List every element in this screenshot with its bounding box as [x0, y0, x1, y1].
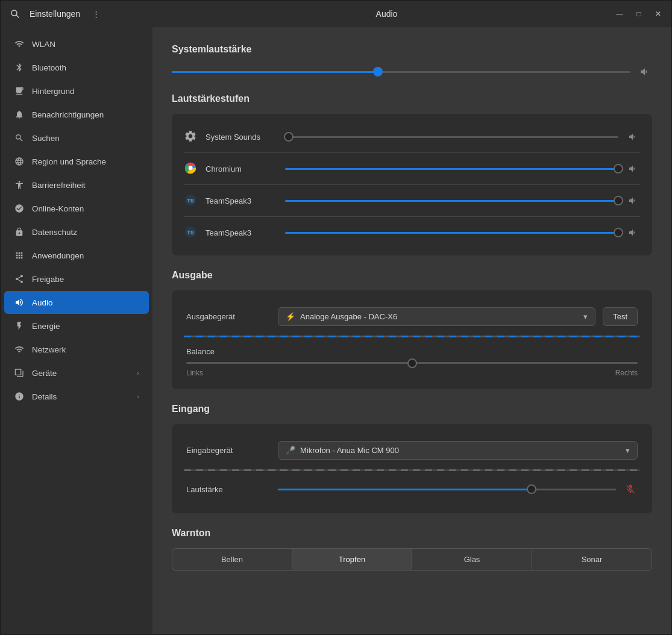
- input-volume-slider[interactable]: [278, 483, 616, 495]
- sidebar-arrow-details: ›: [137, 393, 139, 400]
- alert-sonar-button[interactable]: Sonar: [532, 548, 652, 571]
- minimize-button[interactable]: —: [611, 5, 628, 22]
- app-row-chromium: Chromium: [184, 155, 640, 182]
- eingabegeraet-row: Eingabegerät 🎤 Mikrofon - Anua Mic CM 90…: [184, 434, 640, 467]
- maximize-button[interactable]: □: [630, 5, 647, 22]
- close-button[interactable]: ✕: [650, 5, 667, 22]
- alert-bellen-button[interactable]: Bellen: [172, 548, 292, 571]
- sidebar-item-details[interactable]: Details›: [4, 385, 149, 408]
- sidebar-label-geraete: Geräte: [32, 369, 57, 378]
- chromium-track: [285, 168, 618, 170]
- sidebar-icon-region: [14, 156, 25, 167]
- alert-sound-buttons: Bellen Tropfen Glas Sonar: [172, 548, 652, 571]
- teamspeak-2-thumb[interactable]: [614, 228, 623, 237]
- sidebar-item-region[interactable]: Region und Sprache: [4, 150, 149, 173]
- teamspeak-2-name: TeamSpeak3: [206, 228, 278, 237]
- ausgabe-progress-row: [184, 333, 640, 342]
- eingang-device-select[interactable]: 🎤 Mikrofon - Anua Mic CM 900 ▾: [278, 441, 638, 460]
- sidebar-label-netzwerk: Netzwerk: [32, 345, 66, 354]
- warnton-title: Warnton: [172, 528, 652, 539]
- window-controls: — □ ✕: [611, 5, 667, 22]
- sidebar-icon-online-konten: [14, 203, 25, 214]
- divider-3: [184, 216, 640, 217]
- sidebar-icon-barrierefreiheit: [14, 180, 25, 190]
- teamspeak-1-vol-icon: [626, 193, 640, 208]
- chromium-thumb[interactable]: [614, 164, 623, 174]
- sidebar-icon-datenschutz: [14, 227, 25, 237]
- system-volume-fill: [172, 71, 378, 73]
- sidebar-item-netzwerk[interactable]: Netzwerk: [4, 338, 149, 361]
- ausgabegeraet-label: Ausgabegerät: [186, 312, 271, 321]
- sidebar-icon-bluetooth: [14, 62, 25, 73]
- teamspeak-2-vol-icon: [626, 225, 640, 240]
- ausgabe-chevron-icon: ▾: [583, 312, 588, 321]
- balance-thumb[interactable]: [407, 358, 417, 368]
- input-volume-thumb[interactable]: [527, 484, 536, 494]
- balance-right-label: Rechts: [615, 369, 638, 377]
- sidebar-item-barrierefreiheit[interactable]: Barrierefreiheit: [4, 174, 149, 196]
- app-row-teamspeak-2: TS TeamSpeak3: [184, 219, 640, 246]
- system-sounds-name: System Sounds: [206, 133, 278, 142]
- mute-mic-button[interactable]: [623, 482, 638, 496]
- chromium-slider[interactable]: [285, 163, 618, 175]
- system-volume-slider[interactable]: [172, 66, 630, 78]
- lautstaerke-title: Lautstärkestufen: [172, 93, 652, 104]
- menu-button[interactable]: ⋮: [87, 5, 104, 22]
- sidebar-item-benachrichtigungen[interactable]: Benachrichtigungen: [4, 103, 149, 126]
- menu-icon: ⋮: [92, 10, 100, 19]
- sidebar-label-barrierefreiheit: Barrierefreiheit: [32, 181, 86, 190]
- sidebar-item-anwendungen[interactable]: Anwendungen: [4, 244, 149, 267]
- sidebar-icon-wlan: [14, 39, 25, 49]
- teamspeak-1-track: [285, 200, 618, 202]
- sidebar-item-geraete[interactable]: Geräte›: [4, 361, 149, 384]
- test-button[interactable]: Test: [603, 307, 638, 326]
- sidebar-item-hintergrund[interactable]: Hintergrund: [4, 80, 149, 102]
- sidebar-icon-suchen: [14, 133, 25, 143]
- sidebar-item-bluetooth[interactable]: Bluetooth: [4, 56, 149, 79]
- divider-2: [184, 184, 640, 185]
- divider-1: [184, 152, 640, 153]
- close-icon: ✕: [655, 10, 661, 18]
- sidebar-item-suchen[interactable]: Suchen: [4, 127, 149, 149]
- sidebar-label-region: Region und Sprache: [32, 157, 106, 166]
- eingang-card: Eingabegerät 🎤 Mikrofon - Anua Mic CM 90…: [172, 424, 652, 513]
- system-sounds-thumb[interactable]: [284, 132, 294, 142]
- chromium-vol-icon: [626, 161, 640, 176]
- sidebar-item-wlan[interactable]: WLAN: [4, 33, 149, 55]
- sidebar-item-energie[interactable]: Energie: [4, 314, 149, 337]
- eingang-progress-bar: [184, 469, 640, 471]
- teamspeak-1-thumb[interactable]: [614, 196, 623, 205]
- main-panel: Systemlautstärke Lautstärkestufen: [152, 27, 671, 634]
- balance-labels: Links Rechts: [186, 369, 638, 377]
- sidebar-item-freigabe[interactable]: Freigabe: [4, 267, 149, 290]
- titlebar: Einstellungen ⋮ Audio — □ ✕: [1, 1, 671, 27]
- sidebar-item-datenschutz[interactable]: Datenschutz: [4, 221, 149, 243]
- sidebar-icon-energie: [14, 321, 25, 331]
- sidebar-label-suchen: Suchen: [32, 134, 60, 143]
- system-volume-title: Systemlautstärke: [172, 44, 652, 55]
- sidebar-item-audio[interactable]: Audio: [4, 291, 149, 314]
- ausgabe-progress-bar: [184, 336, 640, 337]
- search-button[interactable]: [5, 4, 25, 23]
- balance-slider[interactable]: [186, 362, 638, 364]
- app-row-system-sounds: System Sounds: [184, 124, 640, 150]
- ausgabe-device-select[interactable]: ⚡ Analoge Ausgabe - DAC-X6 ▾: [278, 307, 595, 326]
- teamspeak-2-slider[interactable]: [285, 227, 618, 239]
- sidebar-label-bluetooth: Bluetooth: [32, 63, 66, 72]
- app-row-teamspeak-1: TS TeamSpeak3: [184, 187, 640, 214]
- teamspeak-1-name: TeamSpeak3: [206, 196, 278, 205]
- teamspeak-1-slider[interactable]: [285, 195, 618, 207]
- input-volume-fill: [278, 489, 532, 490]
- sidebar-label-benachrichtigungen: Benachrichtigungen: [32, 110, 104, 119]
- chromium-icon: [184, 161, 198, 176]
- sidebar-item-online-konten[interactable]: Online-Konten: [4, 197, 149, 220]
- system-volume-thumb[interactable]: [373, 67, 383, 77]
- ausgabe-device-name: Analoge Ausgabe - DAC-X6: [300, 312, 397, 321]
- teamspeak-1-fill: [285, 200, 618, 202]
- svg-text:TS: TS: [187, 230, 194, 236]
- svg-line-1: [16, 15, 19, 17]
- system-sounds-slider[interactable]: [285, 131, 618, 143]
- svg-text:TS: TS: [187, 198, 194, 204]
- alert-tropfen-button[interactable]: Tropfen: [292, 548, 412, 571]
- alert-glas-button[interactable]: Glas: [412, 548, 532, 571]
